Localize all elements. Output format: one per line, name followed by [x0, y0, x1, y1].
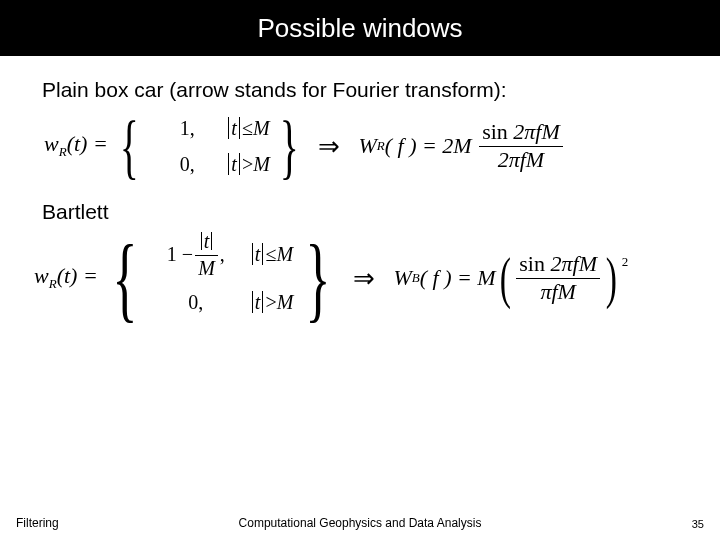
equation-bartlett: wR(t) = { 1 − t M , t ≤ M [30, 230, 690, 326]
eq1-brace: { 1, t ≤ M 0, t > M } [110, 110, 309, 182]
eq1-lhs: wR(t) = [30, 131, 110, 160]
slide-title: Possible windows [257, 13, 462, 44]
slide-body: Plain box car (arrow stands for Fourier … [0, 56, 720, 326]
page-number: 35 [544, 518, 704, 530]
footer-center: Computational Geophysics and Data Analys… [176, 516, 544, 530]
eq2-rhs: WB( f ) = M sin 2πfM πfM 2 [393, 250, 628, 306]
slide-footer: Filtering Computational Geophysics and D… [0, 516, 720, 530]
eq2-brace: { 1 − t M , t ≤ M 0, [100, 230, 344, 326]
intro-boxcar: Plain box car (arrow stands for Fourier … [42, 78, 690, 102]
equation-boxcar: wR(t) = { 1, t ≤ M 0, t > M } ⇒ WR( f ) … [30, 110, 690, 182]
eq2-lhs: wR(t) = [30, 263, 100, 292]
implies-arrow: ⇒ [308, 131, 358, 162]
title-bar: Possible windows [0, 0, 720, 56]
footer-left: Filtering [16, 516, 176, 530]
intro-bartlett: Bartlett [42, 200, 690, 224]
implies-arrow: ⇒ [343, 263, 393, 294]
eq1-rhs: WR( f ) = 2M sin 2πfM 2πfM [358, 119, 564, 172]
